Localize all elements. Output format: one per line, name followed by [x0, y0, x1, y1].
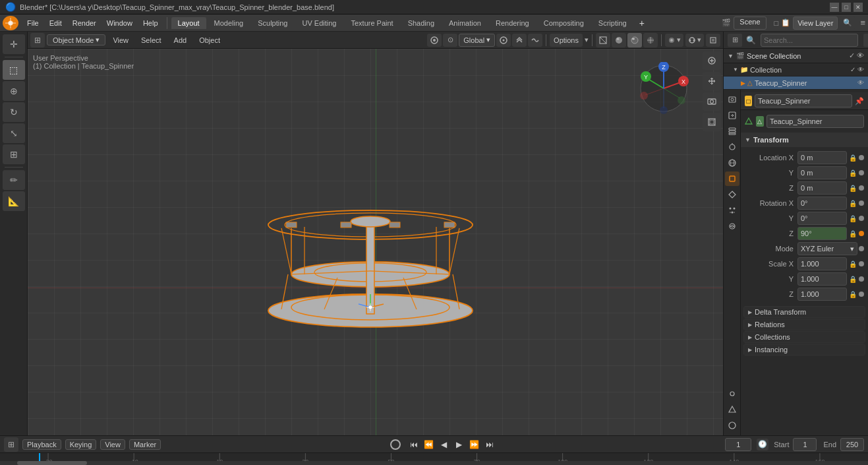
scale-y-keyframe-dot[interactable]: [859, 276, 864, 282]
move-tool[interactable]: ⊕: [3, 81, 25, 101]
scale-tool[interactable]: ⤡: [3, 123, 25, 143]
rotation-z-field[interactable]: 90°: [797, 227, 847, 240]
select-menu-btn[interactable]: Select: [136, 36, 167, 45]
transform-tool[interactable]: ⊞: [3, 144, 25, 164]
transform-section-header[interactable]: ▼ Transform: [741, 133, 868, 147]
view-btn[interactable]: View: [100, 439, 125, 450]
menu-window[interactable]: Window: [102, 18, 137, 28]
wave-btn[interactable]: [528, 34, 542, 47]
location-x-field[interactable]: 0 m: [797, 151, 847, 164]
maximize-button[interactable]: □: [842, 3, 851, 12]
nav-gizmo[interactable]: X Y Z: [637, 62, 690, 116]
location-y-keyframe-dot[interactable]: [859, 170, 864, 175]
location-z-lock[interactable]: 🔒: [848, 183, 857, 193]
prop-object-icon[interactable]: [725, 171, 739, 186]
prop-particles-icon[interactable]: [725, 203, 739, 218]
timeline-type-icon[interactable]: ⊞: [4, 437, 18, 452]
data-type-selector[interactable]: [745, 116, 753, 127]
prop-scene-icon[interactable]: [725, 140, 739, 154]
workspace-modeling[interactable]: Modeling: [208, 17, 250, 29]
workspace-uv-editing[interactable]: UV Editing: [295, 17, 343, 29]
play-btn[interactable]: ▶: [453, 438, 466, 451]
scale-y-field[interactable]: 1.000: [797, 272, 847, 286]
transform-orientation-dropdown[interactable]: Global ▾: [459, 34, 495, 47]
filter-icon[interactable]: ≡: [860, 18, 865, 28]
workspace-compositing[interactable]: Compositing: [537, 17, 591, 29]
location-z-field[interactable]: 0 m: [797, 181, 847, 195]
keyframe-record-btn[interactable]: [390, 439, 401, 450]
search-icon[interactable]: 🔍: [840, 16, 855, 30]
rotation-x-field[interactable]: 0°: [797, 197, 847, 210]
object-menu-btn[interactable]: Object: [194, 36, 225, 45]
prop-viewlayer-icon[interactable]: [725, 124, 739, 139]
keying-btn[interactable]: Keying: [65, 439, 97, 450]
workspace-scripting[interactable]: Scripting: [592, 17, 633, 29]
annotate-tool[interactable]: ✏: [3, 170, 25, 190]
frame-clock-icon[interactable]: 🕐: [757, 439, 768, 450]
zoom-to-fit-btn[interactable]: [703, 51, 721, 70]
solid-mode-btn[interactable]: [612, 33, 626, 47]
playback-btn[interactable]: Playback: [22, 439, 61, 450]
3d-viewport[interactable]: User Perspective (1) Collection | Teacup…: [28, 49, 723, 435]
current-frame-input[interactable]: [725, 438, 751, 451]
scene-collection-check[interactable]: ✓: [849, 51, 855, 60]
prop-object-data-icon[interactable]: [725, 402, 739, 417]
step-back-btn[interactable]: ⏪: [422, 438, 436, 451]
rotation-x-lock[interactable]: 🔒: [848, 199, 857, 208]
menu-help[interactable]: Help: [138, 18, 163, 28]
object-name-field[interactable]: [755, 94, 852, 108]
delta-transform-header[interactable]: ▶ Delta Transform: [744, 307, 865, 317]
measure-tool[interactable]: 📐: [3, 191, 25, 211]
collection-eye-icon[interactable]: 👁: [857, 66, 864, 73]
view-layer-selector[interactable]: View Layer: [793, 16, 838, 30]
wireframe-mode-btn[interactable]: [596, 33, 610, 47]
view-menu-btn[interactable]: View: [107, 36, 134, 45]
scale-z-lock[interactable]: 🔒: [848, 290, 857, 299]
prop-modifier-icon[interactable]: [725, 187, 739, 202]
scale-x-lock[interactable]: 🔒: [848, 259, 857, 268]
camera-btn[interactable]: [703, 92, 721, 111]
workspace-shading[interactable]: Shading: [401, 17, 441, 29]
perspective-ortho-btn[interactable]: [703, 113, 721, 131]
workspace-texture-paint[interactable]: Texture Paint: [344, 17, 399, 29]
teacup-eye-icon[interactable]: 👁: [857, 79, 864, 86]
marker-btn[interactable]: Marker: [129, 439, 161, 450]
snap2-btn[interactable]: [512, 34, 527, 47]
teacup-spinner-outliner-item[interactable]: ▶ △ Teacup_Spinner 👁: [724, 77, 868, 90]
prop-material-icon[interactable]: [725, 418, 739, 433]
transform-pivot-btn[interactable]: ⊙: [443, 34, 457, 47]
location-x-keyframe-dot[interactable]: [859, 155, 864, 160]
workspace-rendering[interactable]: Rendering: [489, 17, 536, 29]
workspace-layout[interactable]: Layout: [171, 17, 206, 29]
scale-x-keyframe-dot[interactable]: [859, 261, 864, 266]
collections-header[interactable]: ▶ Collections: [744, 332, 865, 342]
play-reverse-btn[interactable]: ◀: [438, 438, 451, 451]
outliner-search-input[interactable]: [761, 34, 858, 47]
menu-file[interactable]: File: [22, 18, 43, 28]
minimize-button[interactable]: —: [830, 3, 839, 12]
scale-x-field[interactable]: 1.000: [797, 257, 847, 270]
rotation-y-field[interactable]: 0°: [797, 212, 847, 225]
prop-output-icon[interactable]: [725, 108, 739, 123]
location-z-keyframe-dot[interactable]: [859, 185, 864, 191]
step-fwd-btn[interactable]: ⏩: [468, 438, 481, 451]
select-box-tool[interactable]: ⬚: [3, 60, 25, 80]
scale-z-field[interactable]: 1.000: [797, 288, 847, 301]
prop-render-icon[interactable]: [725, 92, 739, 107]
snap-btn[interactable]: [427, 34, 442, 47]
rotation-mode-dot[interactable]: [859, 246, 864, 251]
rotate-tool[interactable]: ↻: [3, 102, 25, 122]
rotation-mode-dropdown[interactable]: XYZ Euler ▾: [797, 242, 857, 255]
prop-world-icon[interactable]: [725, 156, 739, 170]
gizmo-overlay-btn[interactable]: ▾: [665, 34, 683, 47]
scene-selector[interactable]: Scene: [734, 16, 766, 30]
prop-physics-icon[interactable]: [725, 219, 739, 233]
cursor-tool[interactable]: ✛: [3, 34, 25, 54]
rendered-mode-btn[interactable]: [643, 33, 658, 47]
xray-toggle-btn[interactable]: [706, 34, 720, 47]
scale-z-keyframe-dot[interactable]: [859, 292, 864, 297]
close-button[interactable]: ✕: [854, 3, 863, 12]
viewport-menu-icon[interactable]: ⊞: [30, 33, 45, 47]
end-frame-input[interactable]: [840, 438, 864, 451]
rotation-z-keyframe-dot[interactable]: [859, 231, 864, 236]
